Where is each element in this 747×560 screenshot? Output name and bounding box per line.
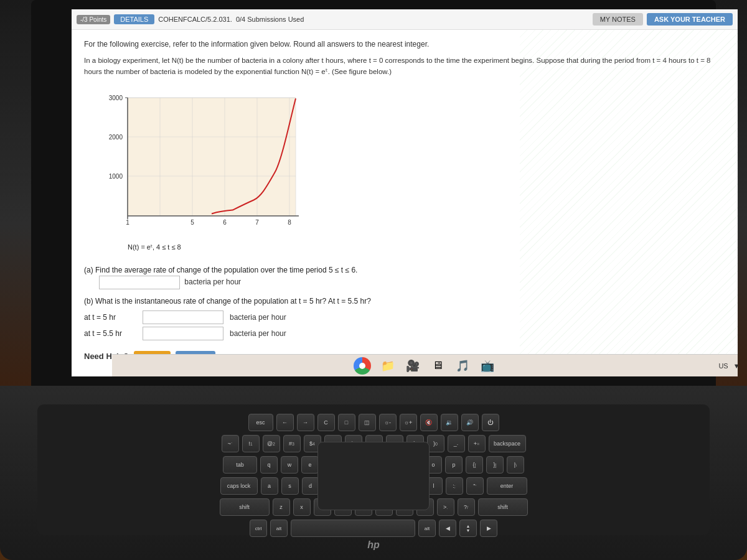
video-icon[interactable]: 🎥: [405, 358, 421, 374]
taskbar-right: US ▼ 🔊 3:03: [718, 362, 738, 370]
key-esc[interactable]: esc: [248, 414, 273, 431]
part-b-row2-label: at t = 5.5 hr: [84, 328, 140, 339]
points-badge: -/3 Points: [77, 15, 110, 24]
music-icon[interactable]: 🎵: [454, 358, 471, 374]
part-b-row1-label: at t = 5 hr: [84, 312, 140, 323]
top-bar-left: -/3 Points DETAILS COHENFCALC/5.2.031. 0…: [77, 14, 588, 24]
key-2[interactable]: @2: [263, 435, 280, 452]
key-arrow-up-down[interactable]: ▲▼: [459, 520, 477, 537]
laptop-outer: -/3 Points DETAILS COHENFCALC/5.2.031. 0…: [0, 0, 747, 560]
key-lbracket[interactable]: {[: [466, 456, 483, 474]
part-a-input[interactable]: [99, 276, 180, 289]
key-shift-left[interactable]: shift: [220, 498, 270, 516]
key-power[interactable]: ⏻: [482, 414, 499, 431]
part-a-label: (a) Find the average rate of change of t…: [84, 266, 357, 274]
svg-rect-0: [128, 98, 296, 216]
key-mute[interactable]: 🔇: [420, 414, 438, 431]
wifi-icon: ▼: [733, 362, 738, 370]
details-button[interactable]: DETAILS: [114, 14, 154, 24]
keyboard-area: esc ← → C □ ◫ ☼- ☼+ 🔇 🔉 🔊 ⏻ ~` !1 @2 #3 …: [0, 386, 747, 560]
chrome-icon[interactable]: [354, 357, 371, 375]
svg-text:1: 1: [126, 219, 129, 226]
my-notes-button[interactable]: MY NOTES: [593, 13, 643, 26]
key-quote[interactable]: "': [466, 477, 484, 495]
svg-text:3000: 3000: [109, 95, 123, 101]
key-alt[interactable]: alt: [270, 520, 288, 537]
key-rbracket[interactable]: }]: [486, 456, 504, 474]
key-semicolon[interactable]: :;: [446, 477, 463, 495]
keyboard-row-6: ctrl alt alt ◀ ▲▼ ▶: [47, 520, 700, 537]
key-vol-up[interactable]: 🔊: [461, 414, 479, 431]
part-b-row1-input[interactable]: [143, 310, 223, 324]
screen-bezel: -/3 Points DETAILS COHENFCALC/5.2.031. 0…: [31, 0, 716, 386]
key-z[interactable]: z: [273, 498, 290, 516]
part-b-label: (b) What is the instantaneous rate of ch…: [84, 297, 371, 306]
course-code: COHENFCALC/5.2.031.: [158, 16, 232, 23]
part-b-row1: at t = 5 hr bacteria per hour: [84, 310, 725, 324]
key-caps[interactable]: caps lock: [220, 477, 258, 495]
key-backspace[interactable]: backspace: [489, 435, 526, 452]
key-p[interactable]: p: [445, 456, 463, 474]
taskbar: 📁 🎥 🖥 🎵 📺 US ▼ 🔊 3:03: [112, 354, 738, 376]
key-minus[interactable]: _-: [448, 435, 465, 452]
key-tab[interactable]: tab: [223, 456, 257, 474]
key-enter[interactable]: enter: [487, 477, 527, 495]
key-tilde[interactable]: ~`: [222, 435, 239, 452]
files-icon[interactable]: 📁: [380, 358, 396, 374]
submissions-info: 0/4 Submissions Used: [236, 16, 304, 23]
key-3[interactable]: #3: [283, 435, 301, 452]
graph-svg: 3000 2000 1000 1 5 6 7 8: [96, 91, 314, 241]
key-arrow-left[interactable]: ◀: [439, 520, 456, 537]
key-d[interactable]: d: [302, 477, 319, 495]
graph-equation: N(t) = eᵗ, 4 ≤ t ≤ 8: [128, 242, 314, 253]
key-equals[interactable]: +=: [468, 435, 486, 452]
content-area: For the following exercise, refer to the…: [72, 30, 738, 371]
key-bright-up[interactable]: ☼+: [400, 414, 417, 431]
wifi-region: US: [718, 362, 728, 370]
key-alt-right[interactable]: alt: [418, 520, 436, 537]
part-b-row2: at t = 5.5 hr bacteria per hour: [84, 327, 725, 340]
trackpad[interactable]: [317, 442, 430, 510]
taskbar-center: 📁 🎥 🖥 🎵 📺: [354, 357, 496, 375]
problem-text: In a biology experiment, let N(t) be the…: [84, 55, 725, 78]
key-a[interactable]: a: [261, 477, 278, 495]
key-arrow-right[interactable]: ▶: [480, 520, 497, 537]
key-refresh[interactable]: C: [317, 414, 335, 431]
graph-container: 3000 2000 1000 1 5 6 7 8: [96, 91, 314, 253]
screen-icon[interactable]: 🖥: [430, 358, 446, 374]
key-period[interactable]: >.: [437, 498, 454, 516]
instruction-text: For the following exercise, refer to the…: [84, 39, 725, 50]
key-w[interactable]: w: [281, 456, 298, 474]
key-vol-down[interactable]: 🔉: [441, 414, 458, 431]
svg-text:5: 5: [190, 219, 194, 226]
key-shift-right[interactable]: shift: [478, 498, 528, 516]
top-bar: -/3 Points DETAILS COHENFCALC/5.2.031. 0…: [72, 9, 738, 30]
key-space[interactable]: [291, 520, 415, 537]
key-1[interactable]: !1: [242, 435, 260, 452]
key-slash[interactable]: ?/: [458, 498, 475, 516]
svg-text:1000: 1000: [109, 173, 123, 180]
key-x[interactable]: x: [293, 498, 311, 516]
key-back[interactable]: ←: [276, 414, 294, 431]
media-icon[interactable]: 📺: [479, 358, 496, 374]
key-forward[interactable]: →: [297, 414, 314, 431]
key-bright-down[interactable]: ☼-: [379, 414, 397, 431]
key-ctrl[interactable]: ctrl: [250, 520, 267, 537]
part-a-indent: bacteria per hour: [96, 278, 241, 286]
key-pipe[interactable]: |\: [507, 456, 524, 474]
ask-teacher-button[interactable]: ASK YOUR TEACHER: [647, 13, 733, 26]
key-q[interactable]: q: [260, 456, 278, 474]
part-b-row1-unit: bacteria per hour: [230, 312, 286, 323]
key-fullscreen[interactable]: □: [338, 414, 355, 431]
part-b: (b) What is the instantaneous rate of ch…: [84, 296, 725, 340]
key-s[interactable]: s: [281, 477, 299, 495]
svg-text:7: 7: [255, 219, 259, 226]
part-a-unit: bacteria per hour: [184, 278, 241, 286]
hp-logo: hp: [367, 539, 380, 551]
svg-text:8: 8: [288, 219, 291, 226]
top-bar-right: MY NOTES ASK YOUR TEACHER: [593, 13, 733, 26]
key-e[interactable]: e: [301, 456, 319, 474]
key-overview[interactable]: ◫: [359, 414, 376, 431]
part-b-row2-input[interactable]: [143, 327, 223, 340]
svg-text:6: 6: [223, 219, 227, 226]
